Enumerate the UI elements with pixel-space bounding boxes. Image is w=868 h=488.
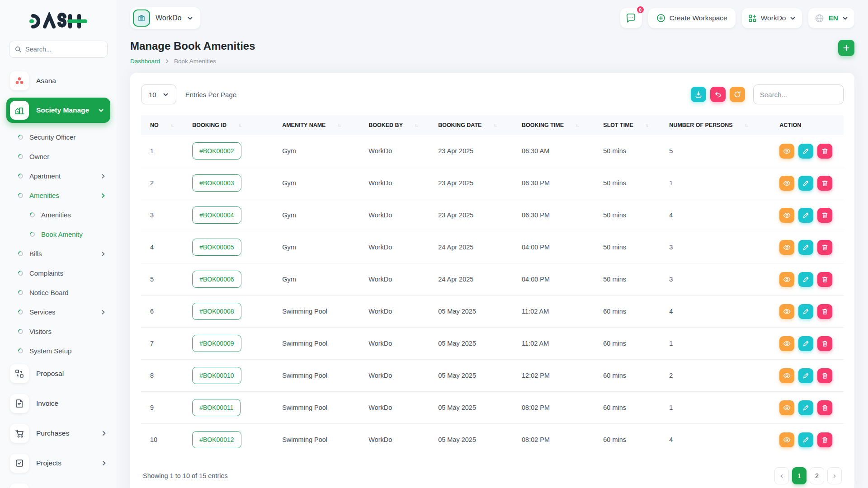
booking-id-badge[interactable]: #BOK00011	[192, 399, 241, 416]
view-button[interactable]	[779, 368, 794, 383]
sidebar-item-bills[interactable]: Bills	[6, 244, 110, 263]
col-number-of-persons[interactable]: NUMBER OF PERSONS↑↓	[660, 115, 770, 135]
cell-no: 6	[141, 296, 183, 328]
col-amenity-name[interactable]: AMENITY NAME↑↓	[273, 115, 359, 135]
view-button[interactable]	[779, 176, 794, 191]
sidebar-item-society-manage[interactable]: Society Manage	[6, 98, 110, 123]
sidebar-item-projects[interactable]: Projects	[6, 450, 110, 476]
view-button[interactable]	[779, 144, 794, 159]
booking-id-badge[interactable]: #BOK00009	[192, 335, 241, 352]
booking-id-badge[interactable]: #BOK00003	[192, 174, 241, 192]
sidebar-item-visitors[interactable]: Visitors	[6, 322, 110, 341]
breadcrumb-dashboard-link[interactable]: Dashboard	[130, 58, 160, 65]
add-booking-button[interactable]	[838, 40, 854, 56]
entries-per-page-select[interactable]: 10	[141, 84, 176, 104]
edit-button[interactable]	[798, 400, 813, 415]
table-search[interactable]	[753, 84, 844, 104]
delete-button[interactable]	[817, 272, 832, 287]
sidebar-item-security-officer[interactable]: Security Officer	[6, 127, 110, 147]
delete-button[interactable]	[817, 368, 832, 383]
booking-id-badge[interactable]: #BOK00010	[192, 367, 241, 384]
sidebar-item-apartment[interactable]: Apartment	[6, 166, 110, 186]
sidebar-item-amenities-sub[interactable]: Amenities	[6, 205, 110, 225]
sidebar-item-purchases[interactable]: Purchases	[6, 420, 110, 446]
view-button[interactable]	[779, 208, 794, 223]
sidebar-item-complaints[interactable]: Complaints	[6, 263, 110, 283]
booking-id-badge[interactable]: #BOK00012	[192, 431, 241, 448]
edit-button[interactable]	[798, 272, 813, 287]
delete-button[interactable]	[817, 240, 832, 255]
sidebar-item-system-setup[interactable]: System Setup	[6, 341, 110, 361]
cell-booking-time: 08:02 PM	[513, 424, 594, 456]
sidebar-item-label: Invoice	[36, 399, 107, 408]
view-button[interactable]	[779, 336, 794, 351]
delete-button[interactable]	[817, 336, 832, 351]
edit-button[interactable]	[798, 368, 813, 383]
pagination-page-1[interactable]: 1	[792, 467, 807, 484]
delete-button[interactable]	[817, 304, 832, 319]
view-button[interactable]	[779, 272, 794, 287]
edit-button[interactable]	[798, 176, 813, 191]
pagination-next-button[interactable]: ›	[827, 467, 842, 484]
language-selector[interactable]: EN	[808, 8, 854, 28]
view-button[interactable]	[779, 432, 794, 447]
workspace-switcher[interactable]: WorkDo	[742, 8, 802, 28]
edit-button[interactable]	[798, 432, 813, 447]
edit-button[interactable]	[798, 336, 813, 351]
sidebar-item-proposal[interactable]: Proposal	[6, 361, 110, 387]
sidebar-item-accounting[interactable]: Accounting	[6, 480, 110, 488]
pagination: ‹ 1 2 ›	[774, 467, 842, 484]
delete-button[interactable]	[817, 208, 832, 223]
workspace-selector[interactable]: WorkDo	[130, 7, 200, 29]
search-icon	[15, 46, 21, 53]
pagination-page-2[interactable]: 2	[810, 467, 824, 484]
delete-button[interactable]	[817, 400, 832, 415]
cell-booking-date: 05 May 2025	[429, 424, 513, 456]
create-workspace-button[interactable]: Create Workspace	[648, 8, 736, 28]
sidebar-item-services[interactable]: Services	[6, 302, 110, 322]
sidebar-item-amenities[interactable]: Amenities	[6, 186, 110, 205]
trash-icon	[821, 340, 828, 347]
sidebar-search-input[interactable]	[25, 46, 102, 53]
delete-button[interactable]	[817, 432, 832, 447]
pagination-prev-button[interactable]: ‹	[774, 467, 789, 484]
col-slot-time[interactable]: SLOT TIME↑↓	[594, 115, 660, 135]
view-button[interactable]	[779, 240, 794, 255]
cell-actions	[770, 424, 844, 456]
edit-button[interactable]	[798, 240, 813, 255]
col-booking-date[interactable]: BOOKING DATE↑↓	[429, 115, 513, 135]
sidebar-item-book-amenity[interactable]: Book Amenity	[6, 225, 110, 244]
sidebar-item-asana[interactable]: Asana	[6, 68, 110, 94]
messages-button[interactable]: 0	[620, 8, 642, 28]
table-search-input[interactable]	[760, 91, 837, 99]
booking-id-badge[interactable]: #BOK00004	[192, 206, 241, 224]
col-no[interactable]: NO↑↓	[141, 115, 183, 135]
cell-amenity: Gym	[273, 135, 359, 167]
cell-no: 2	[141, 167, 183, 199]
col-booking-id[interactable]: BOOKING ID↑↓	[183, 115, 273, 135]
reset-button[interactable]	[710, 87, 726, 102]
sidebar-search[interactable]	[9, 41, 108, 58]
col-booked-by[interactable]: BOOKED BY↑↓	[359, 115, 429, 135]
delete-button[interactable]	[817, 176, 832, 191]
delete-button[interactable]	[817, 144, 832, 159]
bullet-icon	[17, 134, 24, 141]
edit-button[interactable]	[798, 144, 813, 159]
sidebar-item-owner[interactable]: Owner	[6, 147, 110, 166]
booking-id-badge[interactable]: #BOK00006	[192, 271, 241, 288]
refresh-button[interactable]	[730, 87, 745, 102]
booking-id-badge[interactable]: #BOK00008	[192, 303, 241, 320]
sidebar-item-invoice[interactable]: Invoice	[6, 390, 110, 417]
bullet-icon	[17, 250, 24, 258]
download-icon	[695, 91, 702, 98]
edit-button[interactable]	[798, 304, 813, 319]
sort-icon: ↑↓	[645, 123, 648, 128]
view-button[interactable]	[779, 400, 794, 415]
booking-id-badge[interactable]: #BOK00005	[192, 239, 241, 256]
booking-id-badge[interactable]: #BOK00002	[192, 142, 241, 160]
view-button[interactable]	[779, 304, 794, 319]
sidebar-item-notice-board[interactable]: Notice Board	[6, 283, 110, 302]
edit-button[interactable]	[798, 208, 813, 223]
col-booking-time[interactable]: BOOKING TIME↑↓	[513, 115, 594, 135]
export-button[interactable]	[691, 87, 706, 102]
